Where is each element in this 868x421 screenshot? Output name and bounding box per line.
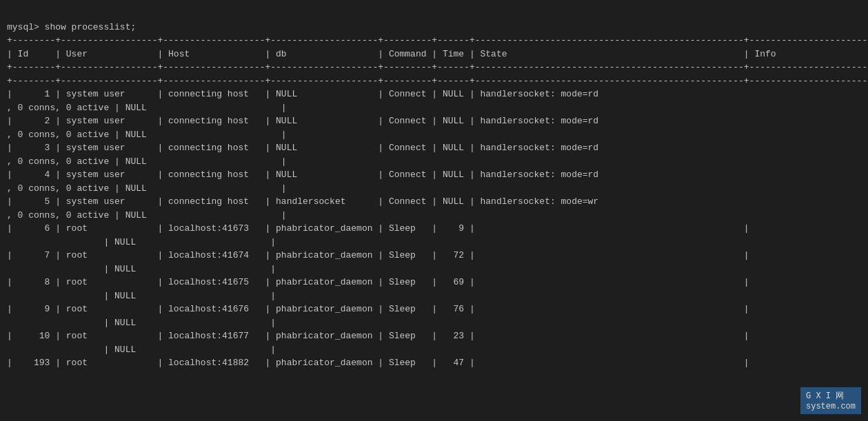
separator-line-2: +--------+------------------+-----------… [7, 62, 868, 72]
watermark: G X I 网system.com [800, 387, 861, 414]
separator-line-1: +--------+------------------+-----------… [7, 35, 868, 45]
row-9-line2: | NULL | [7, 318, 276, 328]
row-1-line1: | 1 | system user | connecting host | NU… [7, 89, 598, 99]
row-7-line2: | NULL | [7, 264, 276, 274]
row-6-line2: | NULL | [7, 237, 276, 247]
prompt-line: mysql> show processlist; [7, 22, 136, 32]
row-3-line1: | 3 | system user | connecting host | NU… [7, 143, 598, 153]
row-193-line1: | 193 | root | localhost:41882 | phabric… [7, 358, 749, 368]
row-4-line2: , 0 conns, 0 active | NULL | [7, 183, 287, 194]
terminal-output: mysql> show processlist; +--------+-----… [7, 7, 861, 370]
row-9-line1: | 9 | root | localhost:41676 | phabricat… [7, 304, 749, 314]
row-8-line2: | NULL | [7, 291, 276, 301]
row-8-line1: | 8 | root | localhost:41675 | phabricat… [7, 277, 749, 287]
row-5-line1: | 5 | system user | connecting host | ha… [7, 196, 598, 207]
row-7-line1: | 7 | root | localhost:41674 | phabricat… [7, 250, 749, 260]
row-1-line2: , 0 conns, 0 active | NULL | [7, 103, 287, 113]
separator-line-3: +--------+------------------+-----------… [7, 76, 868, 86]
row-2-line1: | 2 | system user | connecting host | NU… [7, 116, 598, 126]
header-row: | Id | User | Host | db | Command | Time… [7, 49, 868, 59]
row-10-line1: | 10 | root | localhost:41677 | phabrica… [7, 331, 749, 341]
row-3-line2: , 0 conns, 0 active | NULL | [7, 156, 287, 167]
row-4-line1: | 4 | system user | connecting host | NU… [7, 170, 598, 180]
row-5-line2: , 0 conns, 0 active | NULL | [7, 210, 287, 220]
row-6-line1: | 6 | root | localhost:41673 | phabricat… [7, 223, 749, 234]
row-10-line2: | NULL | [7, 345, 276, 355]
row-2-line2: , 0 conns, 0 active | NULL | [7, 130, 287, 140]
